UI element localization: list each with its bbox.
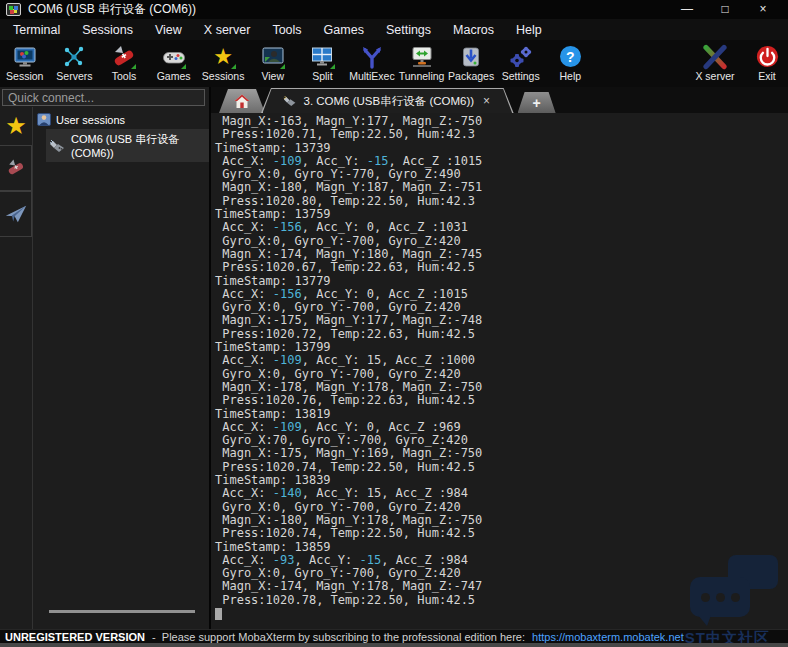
toolbar-exit-button[interactable]: Exit — [746, 43, 788, 82]
terminal-line: TimeStamp: 13739 — [215, 142, 788, 155]
titlebar: COM6 (USB 串行设备 (COM6)) — □ × — [0, 0, 788, 19]
maximize-icon[interactable]: □ — [706, 0, 744, 19]
terminal-line: Press:1020.80, Temp:22.50, Hum:42.3 — [215, 195, 788, 208]
mobaxterm-window: COM6 (USB 串行设备 (COM6)) — □ × Terminal Se… — [0, 0, 788, 647]
toolbar-settings-button[interactable]: Settings — [496, 43, 546, 82]
terminal-line: Magn_X:-175, Magn_Y:177, Magn_Z:-748 — [215, 314, 788, 327]
minimize-icon[interactable]: — — [668, 0, 706, 19]
menubar: Terminal Sessions View X server Tools Ga… — [0, 19, 788, 40]
unregistered-badge: UNREGISTERED VERSION — [5, 631, 145, 643]
toolbar-multiexec-button[interactable]: MultiExec — [347, 43, 397, 82]
terminal-line: Press:1020.78, Temp:22.50, Hum:42.5 — [215, 594, 788, 607]
packages-box-icon — [458, 43, 485, 70]
terminal-line: Acc_X: -109, Acc_Y: 15, Acc_Z :1000 — [215, 354, 788, 367]
menu-view[interactable]: View — [144, 21, 193, 39]
terminal-line: Magn_X:-174, Magn_Y:180, Magn_Z:-745 — [215, 248, 788, 261]
user-sessions-icon — [37, 113, 51, 126]
menu-settings[interactable]: Settings — [375, 21, 442, 39]
paper-plane-icon — [4, 202, 28, 226]
tab-active-com6[interactable]: 3. COM6 (USB串行设备 (COM6)) × — [261, 88, 514, 113]
terminal-line: TimeStamp: 13759 — [215, 208, 788, 221]
terminal-line: Acc_X: -156, Acc_Y: 0, Acc_Z :1031 — [215, 221, 788, 234]
toolbar-split-label: Split — [312, 70, 332, 82]
toolbar-tunneling-label: Tunneling — [399, 70, 445, 82]
tab-home[interactable] — [219, 89, 265, 113]
toolbar-servers-label: Servers — [56, 70, 92, 82]
session-tree: User sessions COM6 (USB 串行设备 (COM6)) — [33, 107, 209, 629]
toolbar-right-group: X server Exit — [684, 43, 788, 82]
toolbar-help-label: Help — [560, 70, 582, 82]
terminal-line: Magn_X:-178, Magn_Y:178, Magn_Z:-750 — [215, 381, 788, 394]
toolbar-games-button[interactable]: Games — [149, 43, 199, 82]
terminal-line: Press:1020.71, Temp:22.50, Hum:42.3 — [215, 128, 788, 141]
sidebar-tab-sessions[interactable]: ★ — [0, 107, 33, 145]
terminal-line: Acc_X: -140, Acc_Y: 15, Acc_Z :984 — [215, 487, 788, 500]
menu-terminal[interactable]: Terminal — [2, 21, 71, 39]
sidebar-resize-grip[interactable] — [49, 610, 195, 613]
app-logo-icon — [6, 3, 21, 16]
toolbar-tunneling-button[interactable]: Tunneling — [397, 43, 447, 82]
menu-tools[interactable]: Tools — [261, 21, 312, 39]
swiss-knife-icon — [5, 157, 27, 179]
window-controls: — □ × — [668, 0, 782, 19]
tab-close-icon[interactable]: × — [481, 94, 492, 108]
tools-knife-icon — [110, 43, 137, 70]
terminal-line: Magn_X:-175, Magn_Y:169, Magn_Z:-750 — [215, 447, 788, 460]
games-gamepad-icon — [160, 43, 187, 70]
sidebar-tab-tools[interactable] — [0, 145, 32, 191]
toolbar-packages-label: Packages — [448, 70, 494, 82]
content-area: 3. COM6 (USB串行设备 (COM6)) × + Magn_X:-163… — [211, 87, 788, 629]
terminal-line: Magn_X:-180, Magn_Y:178, Magn_Z:-750 — [215, 514, 788, 527]
toolbar-xserver-button[interactable]: X server — [684, 43, 746, 82]
statusbar-link[interactable]: https://mobaxterm.mobatek.net — [532, 631, 684, 643]
terminal-line: TimeStamp: 13839 — [215, 474, 788, 487]
toolbar-servers-button[interactable]: Servers — [50, 43, 100, 82]
menu-x-server[interactable]: X server — [193, 21, 262, 39]
sidebar-tab-macros[interactable] — [0, 191, 32, 237]
window-title: COM6 (USB 串行设备 (COM6)) — [28, 1, 196, 18]
terminal-line: Press:1020.76, Temp:22.63, Hum:42.5 — [215, 394, 788, 407]
terminal-line: Press:1020.72, Temp:22.63, Hum:42.5 — [215, 328, 788, 341]
toolbar-help-button[interactable]: ? Help — [546, 43, 596, 82]
settings-gears-icon — [507, 43, 534, 70]
dropdown-triangle-icon — [231, 64, 236, 69]
close-icon[interactable]: × — [744, 0, 782, 19]
sidebar-icon-strip: ★ — [0, 107, 33, 629]
serial-plug-icon — [283, 95, 297, 107]
watermark-text: ST中文社区 — [685, 629, 770, 647]
toolbar-view-button[interactable]: View — [248, 43, 298, 82]
main-area: ★ — [0, 87, 788, 629]
sidebar: ★ — [0, 87, 211, 629]
star-icon: ★ — [5, 112, 27, 140]
menu-games[interactable]: Games — [313, 21, 375, 39]
terminal-line: Acc_X: -109, Acc_Y: 0, Acc_Z :969 — [215, 421, 788, 434]
toolbar-tools-button[interactable]: Tools — [99, 43, 149, 82]
toolbar-xserver-label: X server — [695, 70, 734, 82]
terminal[interactable]: Magn_X:-163, Magn_Y:177, Magn_Z:-750 Pre… — [211, 113, 788, 629]
multiexec-fork-icon — [358, 43, 385, 70]
toolbar-packages-button[interactable]: Packages — [446, 43, 496, 82]
terminal-line: TimeStamp: 13779 — [215, 275, 788, 288]
terminal-line: TimeStamp: 13819 — [215, 408, 788, 421]
toolbar-session-label: Session — [6, 70, 43, 82]
menu-sessions[interactable]: Sessions — [71, 21, 144, 39]
quick-connect-input[interactable] — [2, 89, 205, 106]
tree-item-com6-session[interactable]: COM6 (USB 串行设备 (COM6)) — [46, 129, 209, 162]
terminal-line: Acc_X: -156, Acc_Y: 0, Acc_Z :1015 — [215, 288, 788, 301]
terminal-line: Gyro_X:0, Gyro_Y:-700, Gyro_Z:420 — [215, 567, 788, 580]
new-tab-button[interactable]: + — [518, 92, 556, 113]
tree-root-user-sessions[interactable]: User sessions — [33, 110, 209, 129]
terminal-line: TimeStamp: 13859 — [215, 541, 788, 554]
terminal-line: Gyro_X:0, Gyro_Y:-700, Gyro_Z:420 — [215, 235, 788, 248]
statusbar-message: - Please support MobaXterm by subscribin… — [149, 631, 528, 643]
toolbar-multiexec-label: MultiExec — [349, 70, 395, 82]
dropdown-triangle-icon — [330, 64, 335, 69]
toolbar-split-button[interactable]: Split — [298, 43, 348, 82]
menu-help[interactable]: Help — [505, 21, 553, 39]
menu-macros[interactable]: Macros — [442, 21, 505, 39]
terminal-line: Gyro_X:0, Gyro_Y:-700, Gyro_Z:420 — [215, 301, 788, 314]
terminal-cursor-line — [215, 607, 788, 623]
help-question-icon: ? — [557, 43, 584, 70]
toolbar-session-button[interactable]: Session — [0, 43, 50, 82]
toolbar-sessions-button[interactable]: ★ Sessions — [198, 43, 248, 82]
